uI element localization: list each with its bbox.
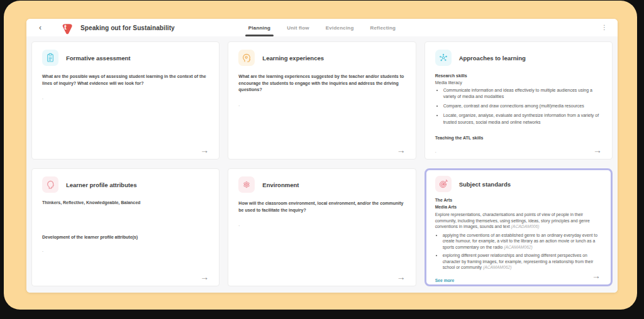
page-title: Speaking out for Sustainability <box>80 24 175 31</box>
card-header: Learner profile attributes <box>42 176 209 193</box>
standards-intro: Explore representations, characterisatio… <box>435 212 602 230</box>
standards-intro-code: (ACADAM006) <box>511 224 540 229</box>
skill-bullet-list: Communicate information and ideas effect… <box>435 87 602 126</box>
card-icon-badge <box>435 50 452 66</box>
card-title: Learning experiences <box>262 55 324 62</box>
card-title: Environment <box>262 181 299 188</box>
card-formative-assessment[interactable]: Formative assessment What are the possib… <box>31 41 219 160</box>
clipboard-icon <box>45 53 55 63</box>
see-more-link[interactable]: See more <box>435 278 455 283</box>
idea-head-icon <box>242 53 252 63</box>
standards-bullet: exploring different power relationships … <box>443 252 602 271</box>
card-prompt: How will the classroom environment, loca… <box>238 200 405 214</box>
card-title: Formative assessment <box>66 55 130 62</box>
card-header: Formative assessment <box>42 50 209 66</box>
skill-bullet: Compare, contrast and draw connections a… <box>443 103 602 109</box>
tab-unit-flow[interactable]: Unit flow <box>287 19 309 36</box>
skills-cluster-icon <box>438 53 448 63</box>
open-card-arrow-icon[interactable]: → <box>397 146 406 154</box>
tab-evidencing[interactable]: Evidencing <box>326 19 354 36</box>
standards-subject: Media Arts <box>435 205 602 209</box>
card-header: Subject standards <box>435 176 602 192</box>
teaching-atl-subheading: Teaching the ATL skills <box>435 136 602 140</box>
card-prompt: What are the possible ways of assessing … <box>42 73 209 87</box>
empty-placeholder: . <box>42 95 209 100</box>
empty-placeholder: . <box>238 102 405 107</box>
standards-bullet-code: (ACAMAM062) <box>483 265 512 269</box>
tab-reflecting[interactable]: Reflecting <box>370 19 396 36</box>
toddle-logo-icon: t <box>58 20 74 36</box>
card-subject-standards[interactable]: Subject standards The Arts Media Arts Ex… <box>425 168 613 286</box>
empty-placeholder: . <box>435 149 602 153</box>
flower-icon <box>242 180 252 190</box>
standards-bullet-list: applying the conventions of an establish… <box>435 232 602 271</box>
open-card-arrow-icon[interactable]: → <box>200 146 209 154</box>
skill-category: Research skills <box>435 73 602 78</box>
card-environment[interactable]: Environment How will the classroom envir… <box>228 168 416 286</box>
standards-bullet-text: exploring different power relationships … <box>443 253 594 269</box>
card-learner-profile-attributes[interactable]: Learner profile attributes Thinkers, Ref… <box>31 168 219 286</box>
planning-grid: Formative assessment What are the possib… <box>26 36 618 293</box>
selected-attributes: Thinkers, Reflective, Knowledgeable, Bal… <box>42 200 209 205</box>
header: ‹ t Speaking out for Sustainability Plan… <box>26 19 618 37</box>
back-button[interactable]: ‹ <box>36 23 44 33</box>
tab-planning[interactable]: Planning <box>248 19 270 36</box>
card-icon-badge <box>42 50 58 66</box>
empty-placeholder: . <box>238 222 405 227</box>
card-title: Learner profile attributes <box>66 181 136 188</box>
card-header: Learning experiences <box>238 50 405 66</box>
kebab-menu-icon[interactable]: ⋮ <box>599 23 610 32</box>
card-icon-badge <box>42 176 58 193</box>
card-header: Approaches to learning <box>435 50 602 66</box>
card-title: Approaches to learning <box>459 55 526 62</box>
empty-placeholder: . <box>42 248 209 252</box>
toddle-logo: t <box>58 20 74 36</box>
app-frame: ‹ t Speaking out for Sustainability Plan… <box>4 1 637 310</box>
skill-bullet: Communicate information and ideas effect… <box>443 87 602 100</box>
target-icon <box>438 179 448 189</box>
card-title: Subject standards <box>459 181 511 188</box>
card-icon-badge <box>238 176 255 193</box>
card-prompt: What are the learning experiences sugges… <box>238 73 405 94</box>
open-card-arrow-icon[interactable]: → <box>397 273 406 281</box>
standards-bullet: applying the conventions of an establish… <box>443 232 602 251</box>
development-subheading: Development of the learner profile attri… <box>42 235 209 239</box>
card-learning-experiences[interactable]: Learning experiences What are the learni… <box>228 41 416 160</box>
skill-subcategory: Media literacy <box>435 80 602 85</box>
card-approaches-to-learning[interactable]: Approaches to learning Research skills M… <box>425 41 613 160</box>
open-card-arrow-icon[interactable]: → <box>593 146 602 154</box>
card-header: Environment <box>238 176 405 193</box>
standards-bullet-code: (ACAMAM062) <box>504 245 533 249</box>
open-card-arrow-icon[interactable]: → <box>592 271 601 280</box>
standards-group: The Arts <box>435 198 602 202</box>
card-icon-badge <box>238 50 255 66</box>
planner-window: ‹ t Speaking out for Sustainability Plan… <box>26 19 618 293</box>
profile-head-icon <box>45 180 55 190</box>
open-card-arrow-icon[interactable]: → <box>200 273 209 281</box>
logo-letter: t <box>64 23 67 31</box>
card-icon-badge <box>435 176 452 192</box>
skill-bullet: Locate, organize, analyse, evaluate and … <box>443 112 602 125</box>
